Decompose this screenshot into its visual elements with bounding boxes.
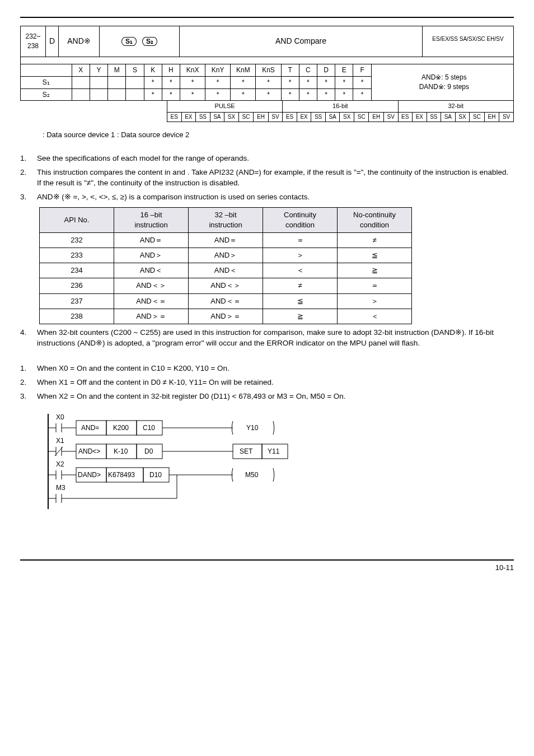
explain-item-2: 2.This instruction compares the content … xyxy=(20,167,514,189)
program-item-1: 1.When X0 = On and the content in C10 = … xyxy=(20,363,514,374)
controller-strip: ESEXSSSASXSCEHSV ESEXSSSASXSCEHSV ESEXSS… xyxy=(167,112,514,122)
svg-text:D10: D10 xyxy=(149,471,162,479)
ladder-diagram: X0 AND= K200 C10 Y10 X1 AND<> K-10 D0 SE… xyxy=(43,408,514,515)
svg-text:C10: C10 xyxy=(143,424,155,432)
operands-cell: S₁ S₂ xyxy=(100,26,180,57)
svg-text:K-10: K-10 xyxy=(114,447,128,455)
explain-item-3: 3.AND※ (※ =, >, <, <>, ≤, ≥) is a compar… xyxy=(20,192,514,203)
controllers-cell: ES/EX/SS SA/SX/SC EH/SV xyxy=(423,26,514,53)
bit-support-table: PULSE 16-bit 32-bit ESEXSSSASXSCEHSV ESE… xyxy=(167,100,514,122)
table-row: 233AND＞AND＞＞≦ xyxy=(40,248,412,263)
svg-text:Y11: Y11 xyxy=(268,447,280,455)
svg-text:M50: M50 xyxy=(245,471,259,479)
program-item-3: 3.When X2 = On and the content in 32-bit… xyxy=(20,391,514,402)
svg-text:SET: SET xyxy=(240,447,253,455)
table-row: 236AND＜＞AND＜＞≠＝ xyxy=(40,278,412,293)
program-item-2: 2.When X1 = Off and the content in D0 ≠ … xyxy=(20,377,514,388)
table-row: 237AND＜＝AND＜＝≦＞ xyxy=(40,293,412,309)
svg-text:K678493: K678493 xyxy=(108,471,135,479)
table-row: 234AND＜AND＜＜≧ xyxy=(40,263,412,278)
operand-type-table: X Y M S K H KnX KnY KnM KnS T C D E F AN… xyxy=(20,57,514,101)
svg-text:X1: X1 xyxy=(56,437,64,445)
top-rule xyxy=(20,17,514,18)
svg-text:M3: M3 xyxy=(56,484,65,492)
svg-text:X2: X2 xyxy=(56,460,64,468)
function-cell: AND Compare xyxy=(180,26,423,57)
operand-s2: S₂ xyxy=(142,37,157,46)
table-row: 238AND＞＝AND＞＝≧＜ xyxy=(40,309,412,324)
legend-row: : Data source device 1 : Data source dev… xyxy=(43,130,514,140)
instruction-header-table: 232~ 238 D AND※ S₁ S₂ AND Compare ES/EX/… xyxy=(20,26,514,57)
d-flag: D xyxy=(46,26,59,57)
explain-item-1: 1.See the specifications of each model f… xyxy=(20,153,514,164)
svg-text:AND=: AND= xyxy=(81,424,99,432)
svg-text:K200: K200 xyxy=(113,424,129,432)
svg-text:Y10: Y10 xyxy=(246,424,259,432)
explain-item-4: 4.When 32-bit counters (C200 ~ C255) are… xyxy=(20,328,514,349)
table-row: 232AND＝AND＝＝≠ xyxy=(40,232,412,248)
svg-text:DAND>: DAND> xyxy=(78,471,101,479)
comparison-table: API No. 16 –bit instruction 32 –bit inst… xyxy=(39,207,412,325)
svg-text:AND<>: AND<> xyxy=(78,447,100,455)
steps-cell: AND※: 5 steps DAND※: 9 steps xyxy=(371,64,513,101)
api-range: 232~ 238 xyxy=(21,26,46,57)
svg-text:D0: D0 xyxy=(144,447,153,455)
mnemonic: AND※ xyxy=(59,26,100,57)
operand-s1: S₁ xyxy=(121,37,137,46)
page-number: 10-11 xyxy=(20,559,514,573)
svg-text:X0: X0 xyxy=(56,413,64,421)
